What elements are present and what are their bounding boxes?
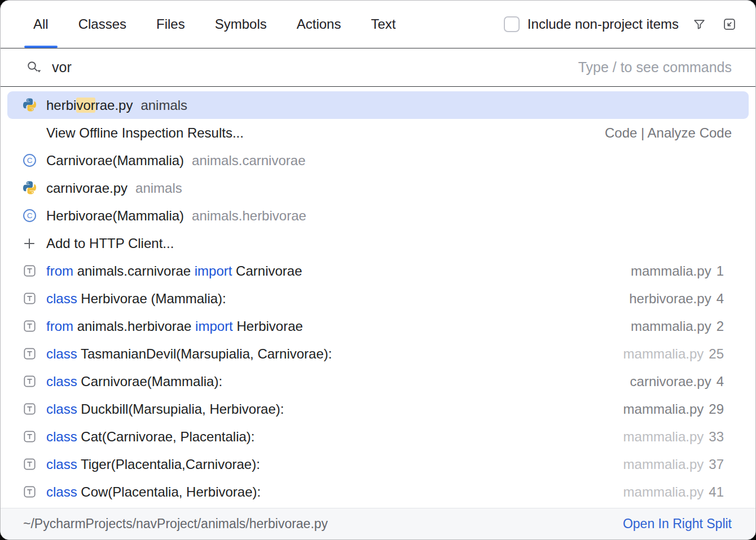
tab-all[interactable]: All (23, 1, 59, 48)
location-line: 4 (717, 291, 724, 306)
result-row-file-herbivorae[interactable]: herbivorrae.pyanimals (7, 91, 749, 119)
result-label: class Carnivorae(Mammalia): (46, 374, 222, 389)
text-segment: Carnivorae(Mammalia): (77, 374, 222, 389)
result-row-text-match[interactable]: class TasmanianDevil(Marsupialia, Carniv… (7, 340, 749, 368)
result-label: class Tiger(Placentalia,Carnivorae): (46, 457, 260, 472)
location-line: 2 (717, 318, 724, 334)
result-label: Add to HTTP Client... (46, 236, 174, 251)
location-line: 25 (709, 346, 724, 361)
text-segment: Carnivorae (232, 263, 302, 278)
include-non-project-label[interactable]: Include non-project items (528, 16, 679, 32)
result-location: mammalia.py1 (631, 263, 724, 279)
text-segment: carnivorae.py (46, 180, 128, 196)
text-search-icon (21, 347, 38, 361)
python-file-icon (21, 180, 38, 196)
tab-text[interactable]: Text (361, 1, 406, 48)
result-row-view-offline-inspection[interactable]: View Offline Inspection Results... Code … (7, 119, 749, 147)
selected-file-path: ~/PycharmProjects/navProject/animals/her… (23, 516, 328, 532)
plus-icon (21, 236, 38, 251)
keyword: from (46, 263, 73, 278)
open-in-right-split-link[interactable]: Open In Right Split (623, 516, 732, 532)
result-label: from animals.carnivorae import Carnivora… (46, 263, 302, 279)
result-location: mammalia.py41 (623, 484, 724, 500)
tab-symbols[interactable]: Symbols (205, 1, 277, 48)
text-search-icon (21, 264, 38, 278)
search-input[interactable] (52, 59, 569, 76)
result-row-text-match[interactable]: class Duckbill(Marsupialia, Herbivorae):… (7, 395, 749, 423)
result-label: from animals.herbivorae import Herbivora… (46, 318, 303, 334)
result-row-text-match[interactable]: class Cow(Placentalia, Herbivorae): mamm… (7, 478, 749, 506)
text-search-icon (21, 291, 38, 306)
text-search-icon (21, 319, 38, 333)
location-line: 41 (709, 484, 724, 499)
open-in-find-window-icon[interactable] (719, 14, 740, 34)
result-row-text-match[interactable]: from animals.carnivorae import Carnivora… (7, 257, 749, 285)
result-row-add-to-http-client[interactable]: Add to HTTP Client... (7, 229, 749, 257)
result-row-text-match[interactable]: from animals.herbivorae import Herbivora… (7, 312, 749, 340)
location-file: mammalia.py (623, 429, 704, 444)
text-segment: Herbivorae (233, 318, 303, 334)
result-location: carnivorae.py4 (630, 374, 724, 389)
text-search-icon (21, 402, 38, 416)
result-context: animals.herbivorae (192, 208, 306, 223)
result-location: mammalia.py25 (623, 346, 724, 362)
filter-icon[interactable] (689, 14, 709, 34)
result-row-text-match[interactable]: class Tiger(Placentalia,Carnivorae): mam… (7, 450, 749, 478)
tab-files[interactable]: Files (146, 1, 195, 48)
tab-actions[interactable]: Actions (287, 1, 351, 48)
result-row-class-herbivorae[interactable]: C Herbivorae(Mammalia)animals.herbivorae (7, 202, 749, 229)
location-file: mammalia.py (631, 263, 711, 278)
match-highlight: vor (76, 98, 95, 113)
result-label: class Cow(Placentalia, Herbivorae): (46, 484, 261, 500)
result-location: mammalia.py33 (623, 429, 724, 445)
include-non-project-group: Include non-project items (504, 1, 679, 48)
result-row-text-match[interactable]: class Carnivorae(Mammalia): carnivorae.p… (7, 368, 749, 395)
location-file: carnivorae.py (630, 374, 711, 389)
result-label: class Cat(Carnivorae, Placentalia): (46, 429, 255, 445)
result-row-class-carnivorae[interactable]: C Carnivorae(Mammalia)animals.carnivorae (7, 147, 749, 174)
location-file: mammalia.py (623, 346, 704, 361)
search-everywhere-dialog: All Classes Files Symbols Actions Text I… (0, 0, 756, 540)
search-with-history-icon[interactable] (25, 60, 42, 75)
result-group-text: Code | Analyze Code (605, 125, 732, 141)
keyword: import (195, 318, 233, 334)
python-file-icon (21, 98, 38, 113)
include-non-project-checkbox[interactable] (504, 16, 520, 32)
location-file: mammalia.py (623, 401, 704, 417)
location-line: 4 (717, 374, 724, 389)
location-line: 37 (709, 457, 724, 472)
keyword: class (46, 374, 77, 389)
location-file: mammalia.py (623, 457, 704, 472)
search-field-row: Type / to see commands (1, 48, 755, 87)
result-location: mammalia.py2 (631, 318, 724, 334)
result-label: class TasmanianDevil(Marsupialia, Carniv… (46, 346, 332, 362)
location-line: 33 (709, 429, 724, 444)
text-segment: herbi (46, 98, 76, 113)
result-row-text-match[interactable]: class Cat(Carnivorae, Placentalia): mamm… (7, 423, 749, 450)
text-segment: Duckbill(Marsupialia, Herbivorae): (77, 401, 284, 417)
class-icon: C (21, 208, 38, 223)
result-context: animals.carnivorae (192, 153, 305, 168)
location-file: mammalia.py (631, 318, 711, 334)
result-label: View Offline Inspection Results... (46, 125, 244, 141)
text-segment: rae.py (95, 98, 133, 113)
result-label: class Herbivorae (Mammalia): (46, 291, 226, 307)
location-file: herbivorae.py (629, 291, 711, 306)
result-label: carnivorae.pyanimals (46, 180, 182, 196)
results-list: herbivorrae.pyanimals View Offline Inspe… (1, 87, 755, 508)
result-row-file-carnivorae[interactable]: carnivorae.pyanimals (7, 174, 749, 202)
text-segment: Herbivorae(Mammalia) (46, 208, 184, 223)
text-segment: Cow(Placentalia, Herbivorae): (77, 484, 261, 499)
text-segment: Herbivorae (Mammalia): (77, 291, 226, 306)
tab-classes[interactable]: Classes (68, 1, 137, 48)
result-location: mammalia.py29 (623, 401, 724, 417)
result-label: Herbivorae(Mammalia)animals.herbivorae (46, 208, 306, 224)
result-label: class Duckbill(Marsupialia, Herbivorae): (46, 401, 284, 417)
keyword: class (46, 291, 77, 306)
text-segment: Carnivorae(Mammalia) (46, 153, 184, 168)
svg-text:C: C (27, 156, 32, 165)
result-location: herbivorae.py4 (629, 291, 724, 307)
text-segment: Cat(Carnivorae, Placentalia): (77, 429, 255, 444)
text-search-icon (21, 430, 38, 444)
result-row-text-match[interactable]: class Herbivorae (Mammalia): herbivorae.… (7, 285, 749, 312)
